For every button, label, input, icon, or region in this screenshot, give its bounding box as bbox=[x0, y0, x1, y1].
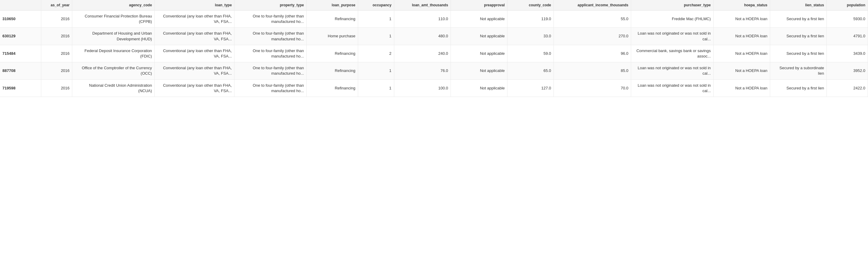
cell-hoepa: Not a HOEPA loan bbox=[713, 45, 770, 62]
cell-purchaser: Loan was not originated or was not sold … bbox=[631, 62, 713, 80]
cell-occupancy: 1 bbox=[358, 10, 394, 28]
table-row: 7195982016National Credit Union Administ… bbox=[0, 80, 868, 97]
col-header-purchaser-type[interactable]: purchaser_type bbox=[631, 0, 713, 10]
col-header-property-type[interactable]: property_type bbox=[235, 0, 307, 10]
cell-county: 33.0 bbox=[507, 28, 554, 45]
cell-property-type: One to four-family (other than manufactu… bbox=[235, 45, 307, 62]
col-header-loan-type[interactable]: loan_type bbox=[154, 0, 234, 10]
cell-id: 630129 bbox=[0, 28, 41, 45]
cell-population: 5930.0 bbox=[827, 10, 868, 28]
cell-year: 2016 bbox=[41, 45, 72, 62]
cell-loan-type: Conventional (any loan other than FHA, V… bbox=[154, 45, 234, 62]
cell-population: 4791.0 bbox=[827, 28, 868, 45]
cell-occupancy: 2 bbox=[358, 45, 394, 62]
cell-year: 2016 bbox=[41, 80, 72, 97]
cell-population: 2422.0 bbox=[827, 80, 868, 97]
cell-lien: Secured by a first lien bbox=[770, 80, 827, 97]
col-header-hoepa-status[interactable]: hoepa_status bbox=[713, 0, 770, 10]
cell-id: 887708 bbox=[0, 62, 41, 80]
table-row: 6301292016Department of Housing and Urba… bbox=[0, 28, 868, 45]
cell-loan-type: Conventional (any loan other than FHA, V… bbox=[154, 10, 234, 28]
cell-lien: Secured by a subordinate lien bbox=[770, 62, 827, 80]
cell-purchaser: Loan was not originated or was not sold … bbox=[631, 28, 713, 45]
cell-agency: Consumer Financial Protection Bureau (CF… bbox=[72, 10, 155, 28]
cell-id: 719598 bbox=[0, 80, 41, 97]
col-header-preapproval[interactable]: preapproval bbox=[451, 0, 507, 10]
cell-lien: Secured by a first lien bbox=[770, 28, 827, 45]
cell-loan-type: Conventional (any loan other than FHA, V… bbox=[154, 62, 234, 80]
table-row: 3106502016Consumer Financial Protection … bbox=[0, 10, 868, 28]
cell-purchaser: Commercial bank, savings bank or savings… bbox=[631, 45, 713, 62]
cell-preapproval: Not applicable bbox=[451, 10, 507, 28]
cell-amt: 110.0 bbox=[394, 10, 451, 28]
cell-hoepa: Not a HOEPA loan bbox=[713, 28, 770, 45]
col-header-county-code[interactable]: county_code bbox=[507, 0, 554, 10]
cell-income: 55.0 bbox=[554, 10, 631, 28]
cell-purchaser: Loan was not originated or was not sold … bbox=[631, 80, 713, 97]
cell-property-type: One to four-family (other than manufactu… bbox=[235, 28, 307, 45]
cell-county: 127.0 bbox=[507, 80, 554, 97]
cell-property-type: One to four-family (other than manufactu… bbox=[235, 80, 307, 97]
cell-amt: 100.0 bbox=[394, 80, 451, 97]
cell-income: 85.0 bbox=[554, 62, 631, 80]
cell-county: 59.0 bbox=[507, 45, 554, 62]
col-header-as-of-year[interactable]: as_of_year bbox=[41, 0, 72, 10]
col-header-agency-code[interactable]: agency_code bbox=[72, 0, 155, 10]
cell-income: 70.0 bbox=[554, 80, 631, 97]
cell-amt: 240.0 bbox=[394, 45, 451, 62]
cell-purpose: Refinancing bbox=[306, 62, 358, 80]
table-row: 7154842016Federal Deposit Insurance Corp… bbox=[0, 45, 868, 62]
cell-lien: Secured by a first lien bbox=[770, 10, 827, 28]
cell-purchaser: Freddie Mac (FHLMC) bbox=[631, 10, 713, 28]
cell-agency: Department of Housing and Urban Developm… bbox=[72, 28, 155, 45]
cell-agency: Federal Deposit Insurance Corporation (F… bbox=[72, 45, 155, 62]
cell-purpose: Home purchase bbox=[306, 28, 358, 45]
cell-hoepa: Not a HOEPA loan bbox=[713, 62, 770, 80]
cell-year: 2016 bbox=[41, 62, 72, 80]
cell-income: 96.0 bbox=[554, 45, 631, 62]
cell-occupancy: 1 bbox=[358, 62, 394, 80]
cell-hoepa: Not a HOEPA loan bbox=[713, 10, 770, 28]
cell-property-type: One to four-family (other than manufactu… bbox=[235, 62, 307, 80]
col-header-income[interactable]: applicant_income_thousands bbox=[554, 0, 631, 10]
cell-purpose: Refinancing bbox=[306, 45, 358, 62]
cell-property-type: One to four-family (other than manufactu… bbox=[235, 10, 307, 28]
table-row: 8877082016Office of the Comptroller of t… bbox=[0, 62, 868, 80]
col-header-id bbox=[0, 0, 41, 10]
cell-year: 2016 bbox=[41, 28, 72, 45]
cell-lien: Secured by a first lien bbox=[770, 45, 827, 62]
table-header-row: as_of_year agency_code loan_type propert… bbox=[0, 0, 868, 10]
col-header-lien-status[interactable]: lien_status bbox=[770, 0, 827, 10]
col-header-occupancy[interactable]: occupancy bbox=[358, 0, 394, 10]
cell-preapproval: Not applicable bbox=[451, 28, 507, 45]
cell-population: 3952.0 bbox=[827, 62, 868, 80]
data-table: as_of_year agency_code loan_type propert… bbox=[0, 0, 868, 97]
cell-preapproval: Not applicable bbox=[451, 80, 507, 97]
cell-occupancy: 1 bbox=[358, 28, 394, 45]
col-header-loan-purpose[interactable]: loan_purpose bbox=[306, 0, 358, 10]
cell-preapproval: Not applicable bbox=[451, 45, 507, 62]
cell-county: 65.0 bbox=[507, 62, 554, 80]
cell-loan-type: Conventional (any loan other than FHA, V… bbox=[154, 28, 234, 45]
cell-hoepa: Not a HOEPA loan bbox=[713, 80, 770, 97]
cell-id: 310650 bbox=[0, 10, 41, 28]
cell-year: 2016 bbox=[41, 10, 72, 28]
cell-id: 715484 bbox=[0, 45, 41, 62]
cell-purpose: Refinancing bbox=[306, 80, 358, 97]
cell-amt: 480.0 bbox=[394, 28, 451, 45]
cell-income: 270.0 bbox=[554, 28, 631, 45]
cell-purpose: Refinancing bbox=[306, 10, 358, 28]
cell-occupancy: 1 bbox=[358, 80, 394, 97]
col-header-population[interactable]: population bbox=[827, 0, 868, 10]
cell-agency: Office of the Comptroller of the Currenc… bbox=[72, 62, 155, 80]
col-header-loan-amt[interactable]: loan_amt_thousands bbox=[394, 0, 451, 10]
cell-county: 119.0 bbox=[507, 10, 554, 28]
cell-population: 3439.0 bbox=[827, 45, 868, 62]
cell-preapproval: Not applicable bbox=[451, 62, 507, 80]
cell-amt: 76.0 bbox=[394, 62, 451, 80]
cell-loan-type: Conventional (any loan other than FHA, V… bbox=[154, 80, 234, 97]
cell-agency: National Credit Union Administration (NC… bbox=[72, 80, 155, 97]
